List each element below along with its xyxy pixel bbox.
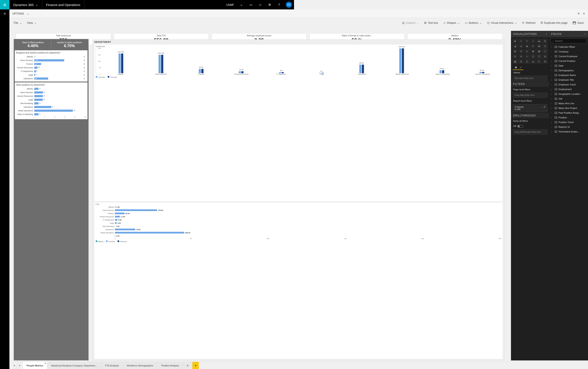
help-icon[interactable]: ?	[274, 0, 284, 10]
view-menu[interactable]: View ⌄	[27, 21, 37, 24]
module-name: Finance and Operations	[42, 0, 84, 10]
headcount-chart[interactable]: Headcount 200150100500 153 153143 14333 …	[94, 44, 294, 184]
user-avatar[interactable]: AD	[286, 2, 292, 8]
settings-icon[interactable]: ⚙	[265, 0, 274, 10]
report-toolbar: File ⌄ View ⌄ ▦ Explore ⌄ ⊞ Text box ◇ S…	[10, 18, 294, 27]
brand-dropdown[interactable]: Dynamics 365⌄	[10, 0, 42, 10]
open-to-filled-kpi: Open to filled positions 4.40%	[15, 40, 51, 50]
messages-icon[interactable]: ▭	[246, 0, 255, 10]
company-code[interactable]: USMF	[223, 3, 237, 6]
options-button[interactable]: OPTIONS	[12, 12, 24, 15]
search-page-icon[interactable]: ⌕	[27, 12, 29, 15]
hamburger-icon[interactable]: ≡	[0, 10, 10, 18]
left-rail: ≡	[0, 10, 10, 184]
search-icon[interactable]: ⌕	[237, 0, 246, 10]
department-panel: DEPARTMENT Headcount 200150100500 153 15…	[92, 39, 294, 184]
open-positions-chart[interactable]: Open positions by department (Blank)1Cli…	[15, 82, 88, 119]
report-content: File ⌄ View ⌄ ▦ Explore ⌄ ⊞ Text box ◇ S…	[10, 18, 294, 184]
positions-panel: Open to filled positions 4.40% Inactive …	[14, 39, 89, 184]
action-bar: OPTIONS ⌕ ⇱ ✕	[10, 10, 294, 18]
assigned-inactive-chart[interactable]: Assigned and inactive positions by depar…	[15, 50, 88, 82]
global-header: ⊞ Dynamics 365⌄ Finance and Operations U…	[0, 0, 294, 10]
file-menu[interactable]: File ⌄	[14, 21, 22, 24]
feedback-icon[interactable]: ☺	[255, 0, 265, 10]
inactive-to-active-kpi: Inactive to active positions 6.70%	[51, 40, 88, 50]
app-launcher-icon[interactable]: ⊞	[0, 0, 10, 10]
